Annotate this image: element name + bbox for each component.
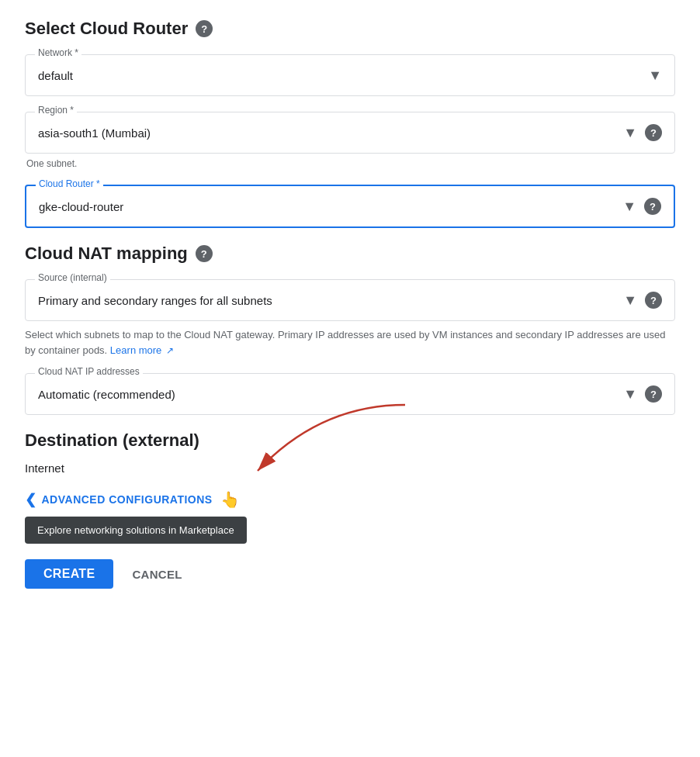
- destination-value: Internet: [25, 461, 675, 475]
- chevron-down-icon: ❮: [25, 491, 37, 508]
- advanced-configurations-toggle[interactable]: ❮ ADVANCED CONFIGURATIONS 👆: [25, 490, 240, 509]
- region-dropdown-arrow: ▼: [623, 125, 637, 141]
- destination-title: Destination (external): [25, 430, 675, 451]
- cloud-router-dropdown-arrow: ▼: [622, 199, 636, 215]
- cloud-router-field-group: Cloud Router * gke-cloud-router ▼ ?: [25, 185, 675, 228]
- region-field-group: Region * asia-south1 (Mumbai) ▼ ? One su…: [25, 112, 675, 169]
- create-button[interactable]: CREATE: [25, 559, 113, 589]
- tooltip-container: Explore networking solutions in Marketpl…: [25, 515, 675, 544]
- cloud-nat-ip-field-group: Cloud NAT IP addresses Automatic (recomm…: [25, 373, 675, 415]
- region-field-wrapper: Region * asia-south1 (Mumbai) ▼ ?: [25, 112, 675, 154]
- network-select[interactable]: default ▼: [26, 55, 674, 95]
- select-cloud-router-heading: Select Cloud Router ?: [25, 19, 675, 39]
- learn-more-link[interactable]: Learn more ↗: [110, 344, 174, 356]
- cloud-router-field-wrapper: Cloud Router * gke-cloud-router ▼ ?: [25, 185, 675, 228]
- source-internal-field-right: ▼ ?: [623, 292, 662, 309]
- cloud-router-select[interactable]: gke-cloud-router ▼ ?: [26, 186, 674, 226]
- region-value: asia-south1 (Mumbai): [38, 126, 151, 140]
- cloud-nat-ip-value: Automatic (recommended): [38, 388, 175, 401]
- advanced-config-label: ADVANCED CONFIGURATIONS: [42, 493, 213, 506]
- destination-section: Destination (external) Internet ❮ ADVANC…: [25, 430, 675, 544]
- source-internal-help-icon[interactable]: ?: [645, 292, 662, 309]
- cloud-router-help-icon[interactable]: ?: [644, 198, 661, 215]
- cloud-nat-ip-label: Cloud NAT IP addresses: [35, 367, 143, 376]
- region-select[interactable]: asia-south1 (Mumbai) ▼ ?: [26, 112, 674, 153]
- region-hint: One subnet.: [25, 158, 675, 169]
- cursor-hand-icon: 👆: [220, 490, 241, 509]
- section-title-text: Select Cloud Router: [25, 19, 188, 39]
- source-internal-select[interactable]: Primary and secondary ranges for all sub…: [26, 280, 674, 320]
- cloud-nat-mapping-title-text: Cloud NAT mapping: [25, 244, 188, 264]
- network-field-right: ▼: [648, 67, 662, 84]
- select-cloud-router-help-icon[interactable]: ?: [196, 20, 213, 37]
- network-field-wrapper: Network * default ▼: [25, 54, 675, 96]
- cloud-nat-mapping-heading: Cloud NAT mapping ?: [25, 244, 675, 264]
- source-internal-description: Select which subnets to map to the Cloud…: [25, 327, 675, 358]
- cloud-nat-mapping-help-icon[interactable]: ?: [196, 245, 213, 262]
- action-bar: CREATE CANCEL: [0, 544, 700, 607]
- cancel-button[interactable]: CANCEL: [113, 560, 200, 589]
- region-field-right: ▼ ?: [623, 124, 662, 141]
- cloud-nat-ip-dropdown-arrow: ▼: [623, 386, 637, 403]
- network-dropdown-arrow: ▼: [648, 67, 662, 84]
- learn-more-text: Learn more: [110, 344, 161, 356]
- source-internal-value: Primary and secondary ranges for all sub…: [38, 294, 272, 307]
- cloud-nat-ip-field-right: ▼ ?: [623, 385, 662, 403]
- cloud-router-label: Cloud Router *: [36, 179, 103, 188]
- cloud-router-field-right: ▼ ?: [622, 198, 661, 215]
- region-help-icon[interactable]: ?: [645, 124, 662, 141]
- cloud-nat-ip-help-icon[interactable]: ?: [645, 385, 662, 403]
- network-value: default: [38, 69, 73, 82]
- source-internal-field-group: Source (internal) Primary and secondary …: [25, 279, 675, 358]
- external-link-icon: ↗: [166, 344, 174, 358]
- cloud-nat-ip-select[interactable]: Automatic (recommended) ▼ ?: [26, 374, 674, 414]
- source-internal-label: Source (internal): [35, 273, 110, 282]
- cloud-nat-ip-field-wrapper: Cloud NAT IP addresses Automatic (recomm…: [25, 373, 675, 415]
- network-field-group: Network * default ▼: [25, 54, 675, 96]
- tooltip-text: Explore networking solutions in Marketpl…: [25, 517, 247, 544]
- advanced-config-row: ❮ ADVANCED CONFIGURATIONS 👆: [25, 490, 675, 509]
- cloud-router-value: gke-cloud-router: [39, 200, 123, 213]
- source-internal-dropdown-arrow: ▼: [623, 292, 637, 309]
- region-label: Region *: [35, 105, 77, 115]
- network-label: Network *: [35, 48, 81, 57]
- source-internal-field-wrapper: Source (internal) Primary and secondary …: [25, 279, 675, 321]
